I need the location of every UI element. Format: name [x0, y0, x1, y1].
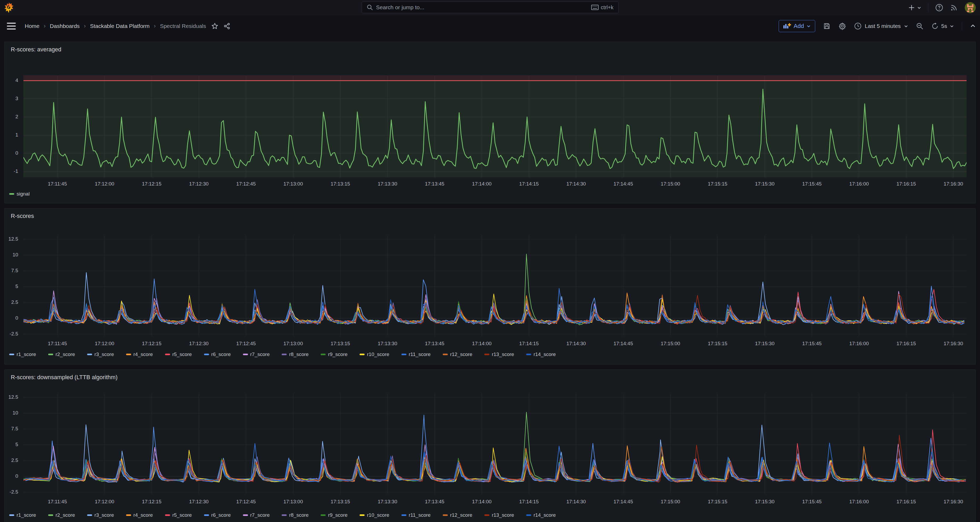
x-axis-label: 17:13:00: [275, 181, 312, 187]
legend-swatch: [165, 354, 170, 355]
x-axis-label: 17:16:00: [841, 181, 878, 187]
legend-item-r11_score[interactable]: r11_score: [401, 351, 431, 357]
legend-item-r12_score[interactable]: r12_score: [443, 512, 473, 518]
time-series-plot[interactable]: [24, 393, 967, 494]
legend-label: r12_score: [450, 351, 473, 357]
legend-item-r12_score[interactable]: r12_score: [443, 351, 473, 357]
x-axis-label: 17:14:30: [558, 181, 595, 187]
x-axis-label: 17:12:00: [86, 181, 123, 187]
legend-item-r11_score[interactable]: r11_score: [401, 512, 431, 518]
legend-label: r6_score: [212, 512, 231, 518]
legend-item-r10_score[interactable]: r10_score: [360, 351, 389, 357]
x-axis-label: 17:13:00: [275, 499, 312, 504]
time-series-plot[interactable]: [24, 235, 967, 336]
breadcrumb: Home › Dashboards › Stackable Data Platf…: [25, 23, 206, 30]
search-icon: [367, 4, 373, 11]
legend: signal: [9, 191, 30, 197]
panel-title[interactable]: R-scores: downsampled (LTTB algorithm): [11, 374, 118, 381]
y-axis-label: 0: [5, 150, 21, 156]
time-range-picker[interactable]: Last 5 minutes: [854, 22, 908, 30]
legend-item-r13_score[interactable]: r13_score: [484, 351, 514, 357]
x-axis-label: 17:14:00: [463, 499, 500, 504]
legend-item-r13_score[interactable]: r13_score: [484, 512, 514, 518]
legend-swatch: [126, 514, 131, 516]
legend-item-r5_score[interactable]: r5_score: [165, 351, 192, 357]
legend-item-r6_score[interactable]: r6_score: [204, 512, 231, 518]
x-axis-label: 17:12:30: [180, 341, 217, 346]
menu-toggle-icon[interactable]: [7, 23, 16, 30]
legend-swatch: [9, 514, 14, 516]
share-icon[interactable]: [223, 23, 230, 30]
panel-rscores-downsampled: R-scores: downsampled (LTTB algorithm) 1…: [4, 369, 976, 522]
y-axis-label: 0: [5, 315, 21, 321]
add-panel-button[interactable]: Add: [779, 20, 815, 32]
legend-swatch: [360, 354, 364, 355]
breadcrumb-home[interactable]: Home: [25, 23, 40, 29]
y-axis-label: 10: [5, 252, 21, 258]
legend-item-r8_score[interactable]: r8_score: [282, 351, 309, 357]
legend-item-r2_score[interactable]: r2_score: [48, 512, 75, 518]
x-axis-label: 17:16:00: [841, 499, 878, 504]
x-axis-label: 17:11:45: [39, 341, 76, 346]
legend-item-r4_score[interactable]: r4_score: [126, 351, 153, 357]
user-avatar[interactable]: [965, 2, 976, 13]
breadcrumb-dashboards[interactable]: Dashboards: [50, 23, 80, 29]
grafana-logo[interactable]: [4, 2, 14, 13]
legend-label: r13_score: [492, 512, 514, 518]
legend-label: r8_score: [289, 351, 309, 357]
news-icon[interactable]: [950, 4, 958, 11]
chevron-right-icon: ›: [84, 23, 86, 30]
legend-item-r14_score[interactable]: r14_score: [526, 351, 556, 357]
y-axis-label: -2.5: [5, 489, 21, 495]
panel-title[interactable]: R-scores: averaged: [11, 46, 61, 53]
legend-item-r7_score[interactable]: r7_score: [243, 512, 270, 518]
legend-item-r4_score[interactable]: r4_score: [126, 512, 153, 518]
x-axis-label: 17:15:00: [652, 341, 689, 346]
help-icon[interactable]: [935, 4, 943, 11]
x-axis-label: 17:12:15: [133, 181, 170, 187]
x-axis-label: 17:15:00: [652, 499, 689, 504]
legend-item-r10_score[interactable]: r10_score: [360, 512, 389, 518]
legend-swatch: [360, 514, 364, 516]
legend-item-r1_score[interactable]: r1_score: [9, 351, 36, 357]
x-axis-label: 17:15:30: [746, 499, 783, 504]
save-dashboard-icon[interactable]: [823, 22, 830, 30]
search-input[interactable]: Search or jump to... ctrl+k: [362, 2, 619, 13]
y-axis-label: 4: [5, 77, 21, 83]
refresh-picker[interactable]: 5s: [931, 22, 954, 30]
star-icon[interactable]: [212, 23, 218, 30]
search-placeholder: Search or jump to...: [376, 4, 588, 11]
dashboard-settings-icon[interactable]: [838, 22, 846, 30]
legend-item-r6_score[interactable]: r6_score: [204, 351, 231, 357]
legend-item-r14_score[interactable]: r14_score: [526, 512, 556, 518]
breadcrumb-folder[interactable]: Stackable Data Platform: [90, 23, 150, 29]
legend-item-signal[interactable]: signal: [9, 191, 30, 197]
time-series-plot[interactable]: [24, 75, 967, 177]
legend-item-r3_score[interactable]: r3_score: [87, 351, 114, 357]
x-axis-label: 17:15:30: [746, 341, 783, 346]
x-axis-label: 17:16:15: [888, 181, 925, 187]
add-new-button[interactable]: [908, 4, 921, 11]
legend-swatch: [321, 354, 326, 355]
zoom-out-time-icon[interactable]: [916, 22, 923, 30]
panel-title[interactable]: R-scores: [11, 213, 34, 219]
legend-item-r9_score[interactable]: r9_score: [321, 351, 347, 357]
x-axis-label: 17:13:15: [322, 181, 359, 187]
legend-swatch: [443, 354, 448, 355]
x-axis-label: 17:14:15: [511, 181, 547, 187]
y-axis-label: 10: [5, 410, 21, 416]
caret-up-icon[interactable]: [970, 23, 976, 29]
legend-item-r8_score[interactable]: r8_score: [282, 512, 309, 518]
legend-label: r2_score: [56, 351, 75, 357]
legend-item-r2_score[interactable]: r2_score: [48, 351, 75, 357]
top-navigation-bar: Search or jump to... ctrl+k: [0, 0, 980, 15]
legend-label: r7_score: [250, 512, 270, 518]
x-axis-label: 17:16:15: [888, 499, 925, 504]
legend-item-r1_score[interactable]: r1_score: [9, 512, 36, 518]
legend-label: r5_score: [172, 351, 192, 357]
legend-item-r3_score[interactable]: r3_score: [87, 512, 114, 518]
legend-item-r9_score[interactable]: r9_score: [321, 512, 347, 518]
legend-item-r7_score[interactable]: r7_score: [243, 351, 270, 357]
legend-item-r5_score[interactable]: r5_score: [165, 512, 192, 518]
legend-label: r14_score: [534, 512, 556, 518]
